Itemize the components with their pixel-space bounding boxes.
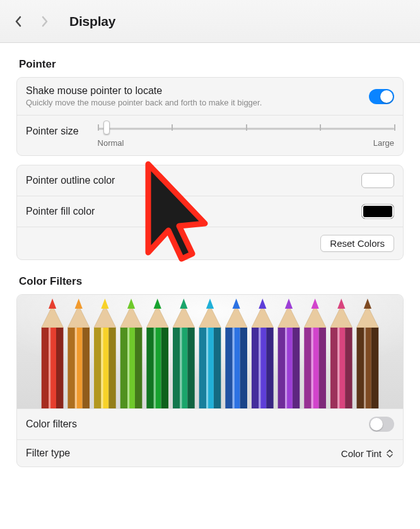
svg-rect-78	[371, 328, 378, 408]
svg-rect-76	[357, 328, 364, 408]
content: Pointer Shake mouse pointer to locate Qu…	[0, 43, 420, 467]
svg-rect-61	[285, 328, 287, 408]
svg-rect-46	[225, 328, 232, 408]
reset-colors-row: Reset Colors	[17, 227, 403, 259]
back-button[interactable]	[11, 15, 25, 28]
svg-rect-64	[304, 328, 311, 408]
pointer-outline-color-well[interactable]	[361, 173, 394, 188]
pointer-size-row: Pointer size Normal Large	[17, 115, 403, 155]
pointer-panel-2: Pointer outline color Pointer fill color…	[16, 165, 404, 260]
svg-rect-12	[83, 328, 90, 408]
chevron-left-icon	[14, 15, 23, 28]
chevron-right-icon	[40, 15, 49, 28]
pointer-fill-color-well[interactable]	[361, 204, 394, 219]
svg-rect-70	[330, 328, 337, 408]
shake-label: Shake mouse pointer to locate	[26, 85, 369, 97]
shake-to-locate-row: Shake mouse pointer to locate Quickly mo…	[17, 78, 403, 115]
color-filters-label: Color filters	[26, 419, 369, 430]
svg-rect-7	[49, 328, 50, 408]
svg-rect-19	[102, 328, 103, 408]
svg-rect-60	[293, 328, 300, 408]
svg-rect-28	[146, 328, 153, 408]
forward-button[interactable]	[38, 15, 52, 28]
svg-rect-55	[259, 328, 260, 408]
svg-rect-48	[240, 328, 247, 408]
filter-type-value: Color Tint	[341, 448, 382, 459]
shake-sublabel: Quickly move the mouse pointer back and …	[26, 98, 369, 107]
svg-rect-22	[120, 328, 127, 408]
pointer-fill-label: Pointer fill color	[26, 206, 361, 217]
svg-rect-40	[199, 328, 206, 408]
pointer-outline-row: Pointer outline color	[17, 165, 403, 196]
pointer-size-slider[interactable]	[98, 123, 394, 134]
svg-rect-6	[56, 328, 63, 408]
pointer-size-label: Pointer size	[26, 123, 79, 137]
svg-rect-72	[345, 328, 352, 408]
slider-max-label: Large	[373, 138, 394, 148]
filter-type-popup[interactable]: Color Tint	[341, 448, 394, 459]
svg-rect-67	[312, 328, 313, 408]
svg-rect-13	[75, 328, 77, 408]
pointer-outline-label: Pointer outline color	[26, 175, 361, 186]
svg-rect-10	[67, 328, 74, 408]
shake-toggle[interactable]	[369, 89, 394, 104]
svg-rect-4	[42, 328, 49, 408]
filter-type-label: Filter type	[26, 448, 341, 459]
pointer-heading: Pointer	[19, 58, 404, 71]
svg-rect-42	[214, 328, 221, 408]
svg-rect-66	[318, 328, 325, 408]
svg-rect-34	[173, 328, 180, 408]
svg-rect-18	[108, 328, 115, 408]
svg-rect-58	[278, 328, 285, 408]
svg-rect-79	[364, 328, 366, 408]
nav-arrows	[11, 15, 52, 28]
svg-rect-24	[135, 328, 142, 408]
pointer-panel-1: Shake mouse pointer to locate Quickly mo…	[16, 77, 404, 156]
page-title: Display	[69, 14, 115, 29]
filter-type-row: Filter type Color Tint	[17, 439, 403, 467]
color-filters-panel: Color filters Filter type Color Tint	[16, 294, 404, 467]
svg-rect-36	[187, 328, 194, 408]
updown-chevron-icon	[385, 448, 394, 459]
color-filters-toggle[interactable]	[369, 417, 394, 432]
slider-thumb[interactable]	[103, 121, 110, 134]
svg-rect-43	[206, 328, 208, 408]
slider-min-label: Normal	[98, 138, 124, 148]
svg-rect-73	[337, 328, 339, 408]
color-filters-heading: Color Filters	[19, 275, 404, 288]
svg-rect-30	[161, 328, 168, 408]
svg-rect-49	[233, 328, 235, 408]
pencil-illustration	[17, 295, 403, 408]
header: Display	[0, 0, 420, 43]
svg-rect-16	[94, 328, 101, 408]
svg-rect-54	[266, 328, 273, 408]
svg-rect-37	[180, 328, 182, 408]
svg-rect-25	[127, 328, 129, 408]
reset-colors-button[interactable]: Reset Colors	[320, 235, 394, 252]
pointer-fill-row: Pointer fill color	[17, 196, 403, 227]
color-filters-toggle-row: Color filters	[17, 408, 403, 439]
svg-rect-31	[154, 328, 156, 408]
svg-rect-52	[252, 328, 259, 408]
